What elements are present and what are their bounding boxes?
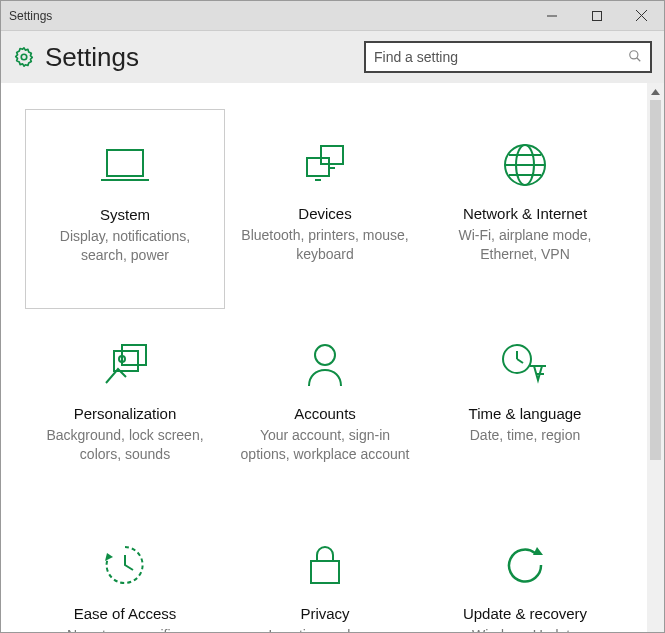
close-button[interactable] (619, 1, 664, 31)
tile-accounts[interactable]: Accounts Your account, sign-in options, … (225, 309, 425, 509)
svg-rect-9 (321, 146, 343, 164)
scroll-up-icon[interactable] (647, 83, 664, 100)
tile-title: System (100, 206, 150, 223)
tile-title: Accounts (294, 405, 356, 422)
tile-desc: Windows Update (472, 626, 578, 632)
tile-ease-of-access[interactable]: Ease of Access Narrator, magnifier (25, 509, 225, 632)
tile-desc: Bluetooth, printers, mouse, keyboard (237, 226, 413, 264)
search-icon (628, 49, 642, 66)
tile-desc: Location, webcam (269, 626, 382, 632)
svg-point-19 (315, 345, 335, 365)
tile-title: Privacy (300, 605, 349, 622)
person-icon (305, 337, 345, 393)
tile-desc: Display, notifications, search, power (38, 227, 212, 265)
tile-title: Time & language (469, 405, 582, 422)
tile-title: Ease of Access (74, 605, 177, 622)
search-input[interactable] (374, 49, 628, 65)
tile-title: Network & Internet (463, 205, 587, 222)
scrollbar[interactable] (647, 83, 664, 632)
tile-title: Personalization (74, 405, 177, 422)
tile-desc: Background, lock screen, colors, sounds (37, 426, 213, 464)
lock-icon (307, 537, 343, 593)
tile-devices[interactable]: Devices Bluetooth, printers, mouse, keyb… (225, 109, 425, 309)
minimize-button[interactable] (529, 1, 574, 31)
svg-rect-16 (122, 345, 146, 365)
svg-line-22 (517, 359, 523, 363)
svg-line-6 (637, 57, 641, 61)
svg-marker-25 (533, 547, 543, 555)
tile-title: Update & recovery (463, 605, 587, 622)
devices-icon (301, 137, 349, 193)
svg-rect-7 (107, 150, 143, 176)
tile-desc: Narrator, magnifier (67, 626, 183, 632)
svg-point-4 (21, 54, 27, 60)
gear-icon (13, 46, 35, 68)
tile-desc: Your account, sign-in options, workplace… (237, 426, 413, 464)
maximize-button[interactable] (574, 1, 619, 31)
page-title: Settings (45, 42, 354, 73)
tile-update-recovery[interactable]: Update & recovery Windows Update (425, 509, 625, 632)
clock-language-icon (500, 337, 550, 393)
tile-time-language[interactable]: Time & language Date, time, region (425, 309, 625, 509)
refresh-icon (503, 537, 547, 593)
tile-title: Devices (298, 205, 351, 222)
tile-desc: Date, time, region (470, 426, 581, 445)
laptop-icon (99, 138, 151, 194)
personalization-icon (100, 337, 150, 393)
titlebar[interactable]: Settings (1, 1, 664, 31)
scrollbar-thumb[interactable] (650, 100, 661, 460)
tile-desc: Wi-Fi, airplane mode, Ethernet, VPN (437, 226, 613, 264)
tile-personalization[interactable]: Personalization Background, lock screen,… (25, 309, 225, 509)
tile-system[interactable]: System Display, notifications, search, p… (25, 109, 225, 309)
svg-rect-24 (311, 561, 339, 583)
globe-icon (502, 137, 548, 193)
svg-marker-23 (105, 553, 113, 561)
content: System Display, notifications, search, p… (1, 83, 647, 632)
svg-point-5 (630, 50, 638, 58)
svg-rect-1 (592, 11, 601, 20)
ease-icon (103, 537, 147, 593)
window-title: Settings (9, 9, 529, 23)
tile-network[interactable]: Network & Internet Wi-Fi, airplane mode,… (425, 109, 625, 309)
svg-marker-26 (651, 89, 660, 95)
search-box[interactable] (364, 41, 652, 73)
tile-privacy[interactable]: Privacy Location, webcam (225, 509, 425, 632)
header: Settings (1, 31, 664, 83)
svg-rect-10 (307, 158, 329, 176)
